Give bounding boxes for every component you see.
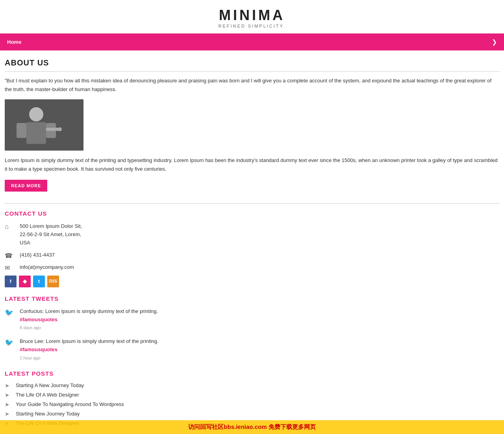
contact-email-row: ✉ info(at)mycompany.com	[5, 263, 499, 272]
site-tagline: REFINED SIMPLICITY.	[0, 24, 504, 28]
tweet-text-2: Bruce Lee: Lorem Ipsum is simply dummy t…	[20, 338, 159, 344]
post-item-3: ➤ Your Guide To Navigating Around To Wor…	[5, 401, 499, 408]
svg-rect-3	[17, 123, 26, 138]
post-bullet-icon-3: ➤	[5, 401, 13, 408]
post-item-4: ➤ Starting New Journey Today	[5, 411, 499, 417]
contact-phone: (416) 431-4437	[20, 251, 55, 259]
post-link-1[interactable]: Starting A New Journey Today	[16, 382, 84, 388]
contact-phone-row: ☎ (416) 431-4437	[5, 251, 499, 259]
post-link-4[interactable]: Starting New Journey Today	[16, 411, 80, 417]
tweet-content-1: Confucius: Lorem Ipsum is simply dummy t…	[20, 307, 158, 332]
post-bullet-icon-2: ➤	[5, 392, 13, 398]
nav-home-link[interactable]: Home	[0, 34, 28, 50]
about-heading: ABOUT US	[5, 58, 499, 67]
tweets-heading: LATEST TWEETS	[5, 295, 499, 302]
svg-rect-5	[46, 128, 60, 131]
read-more-button[interactable]: READ MORE	[5, 180, 47, 192]
social-icons-row: f ◆ t RSS	[5, 276, 499, 287]
facebook-icon[interactable]: f	[5, 276, 17, 287]
post-bullet-icon-1: ➤	[5, 382, 13, 389]
nav-expand-icon[interactable]: ❯	[485, 34, 504, 50]
contact-email: info(at)mycompany.com	[20, 263, 74, 272]
about-image	[5, 99, 83, 151]
post-item-1: ➤ Starting A New Journey Today	[5, 382, 499, 389]
tweet-time-2: 1 hour ago	[20, 356, 41, 360]
svg-rect-2	[26, 122, 46, 144]
about-intro-text: "But I must explain to you how all this …	[5, 76, 499, 94]
tweet-hashtag-1[interactable]: #famousquotes	[20, 317, 57, 322]
tweet-text-1: Confucius: Lorem Ipsum is simply dummy t…	[20, 308, 158, 314]
twitter-bird-icon-2: 🐦	[5, 337, 16, 347]
contact-heading: CONTACT US	[5, 210, 499, 217]
tweet-item-1: 🐦 Confucius: Lorem Ipsum is simply dummy…	[5, 307, 499, 332]
svg-point-1	[29, 107, 43, 121]
twitter-bird-icon-1: 🐦	[5, 307, 16, 317]
svg-point-6	[58, 127, 62, 131]
main-content: ABOUT US "But I must explain to you how …	[0, 50, 504, 434]
email-icon: ✉	[5, 263, 16, 272]
posts-heading: LATEST POSTS	[5, 370, 499, 377]
site-header: MINIMA REFINED SIMPLICITY.	[0, 0, 504, 34]
dribbble-icon[interactable]: ◆	[19, 276, 31, 287]
contact-address: 500 Lorem Ipsum Dolor Sit,22-56-2-9 Sit …	[20, 222, 82, 247]
watermark-banner: 访问回写社区bbs.ieniao.com 免费下载更多网页	[0, 420, 504, 434]
post-bullet-icon-4: ➤	[5, 411, 13, 417]
main-nav: Home ❯	[0, 34, 504, 50]
about-body-text: Lorem Ipsum is simply dummy text of the …	[5, 156, 499, 173]
tweet-time-1: 8 days ago	[20, 325, 41, 330]
rss-icon[interactable]: RSS	[47, 276, 59, 287]
site-logo: MINIMA	[0, 7, 504, 24]
tweet-item-2: 🐦 Bruce Lee: Lorem Ipsum is simply dummy…	[5, 337, 499, 362]
about-divider	[5, 71, 499, 72]
post-link-2[interactable]: The Life Of A Web Designer	[16, 392, 79, 398]
post-link-3[interactable]: Your Guide To Navigating Around To Wordp…	[16, 401, 124, 407]
tweet-content-2: Bruce Lee: Lorem Ipsum is simply dummy t…	[20, 337, 159, 362]
twitter-icon[interactable]: t	[33, 276, 45, 287]
section-divider	[5, 203, 499, 204]
tweet-hashtag-2[interactable]: #famousquotes	[20, 346, 57, 352]
post-item-2: ➤ The Life Of A Web Designer	[5, 392, 499, 398]
phone-icon: ☎	[5, 251, 16, 259]
contact-address-row: ⌂ 500 Lorem Ipsum Dolor Sit,22-56-2-9 Si…	[5, 222, 499, 247]
home-icon: ⌂	[5, 222, 16, 230]
